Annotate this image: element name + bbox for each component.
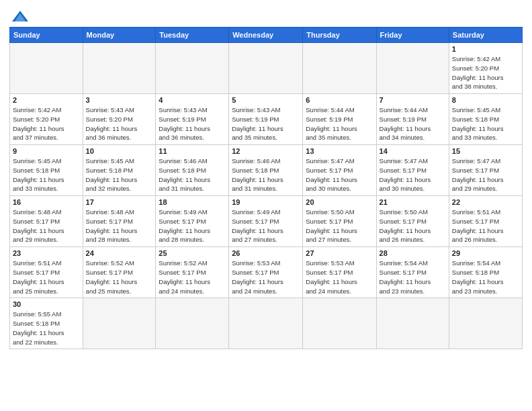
day-info: Sunrise: 5:45 AMSunset: 5:18 PMDaylight:…: [452, 105, 519, 142]
calendar-week-4: 16Sunrise: 5:48 AMSunset: 5:17 PMDayligh…: [10, 196, 523, 247]
calendar-dow-wednesday: Wednesday: [229, 28, 303, 43]
calendar-dow-sunday: Sunday: [10, 28, 83, 43]
calendar-cell: 13Sunrise: 5:47 AMSunset: 5:17 PMDayligh…: [303, 145, 376, 196]
calendar-dow-monday: Monday: [83, 28, 156, 43]
calendar-cell: [83, 43, 156, 94]
calendar-cell: [229, 43, 303, 94]
calendar-cell: 19Sunrise: 5:49 AMSunset: 5:17 PMDayligh…: [229, 196, 303, 247]
day-info: Sunrise: 5:51 AMSunset: 5:17 PMDaylight:…: [13, 259, 80, 295]
day-number: 26: [232, 249, 300, 257]
calendar-cell: [10, 43, 83, 94]
calendar-cell: 30Sunrise: 5:55 AMSunset: 5:18 PMDayligh…: [10, 298, 83, 349]
calendar-cell: 10Sunrise: 5:45 AMSunset: 5:18 PMDayligh…: [83, 145, 156, 196]
day-info: Sunrise: 5:52 AMSunset: 5:17 PMDaylight:…: [86, 259, 153, 295]
calendar-cell: 16Sunrise: 5:48 AMSunset: 5:17 PMDayligh…: [10, 196, 83, 247]
calendar-table: SundayMondayTuesdayWednesdayThursdayFrid…: [9, 27, 523, 349]
calendar-cell: 8Sunrise: 5:45 AMSunset: 5:18 PMDaylight…: [449, 94, 522, 145]
calendar-cell: 1Sunrise: 5:42 AMSunset: 5:20 PMDaylight…: [449, 43, 522, 94]
day-number: 19: [232, 198, 300, 206]
day-number: 24: [86, 249, 153, 257]
day-info: Sunrise: 5:45 AMSunset: 5:18 PMDaylight:…: [86, 156, 153, 193]
day-number: 11: [159, 147, 226, 155]
logo: [9, 9, 30, 21]
day-info: Sunrise: 5:47 AMSunset: 5:17 PMDaylight:…: [452, 156, 519, 193]
day-number: 7: [380, 96, 446, 104]
day-info: Sunrise: 5:52 AMSunset: 5:17 PMDaylight:…: [159, 259, 226, 295]
day-number: 8: [452, 96, 519, 104]
calendar-cell: [449, 298, 522, 349]
calendar-cell: 15Sunrise: 5:47 AMSunset: 5:17 PMDayligh…: [449, 145, 522, 196]
day-number: 5: [232, 96, 300, 104]
calendar-cell: [83, 298, 156, 349]
calendar-cell: [156, 43, 229, 94]
calendar-cell: 26Sunrise: 5:53 AMSunset: 5:17 PMDayligh…: [229, 247, 303, 298]
day-info: Sunrise: 5:54 AMSunset: 5:17 PMDaylight:…: [380, 259, 446, 295]
day-info: Sunrise: 5:54 AMSunset: 5:18 PMDaylight:…: [452, 259, 519, 295]
calendar-cell: 7Sunrise: 5:44 AMSunset: 5:19 PMDaylight…: [376, 94, 449, 145]
calendar-cell: [156, 298, 229, 349]
day-info: Sunrise: 5:48 AMSunset: 5:17 PMDaylight:…: [86, 208, 153, 244]
day-info: Sunrise: 5:42 AMSunset: 5:20 PMDaylight:…: [13, 105, 80, 142]
calendar-week-2: 2Sunrise: 5:42 AMSunset: 5:20 PMDaylight…: [10, 94, 523, 145]
day-info: Sunrise: 5:43 AMSunset: 5:20 PMDaylight:…: [86, 105, 153, 142]
day-number: 25: [159, 249, 226, 257]
day-info: Sunrise: 5:47 AMSunset: 5:17 PMDaylight:…: [380, 156, 446, 193]
calendar-cell: 14Sunrise: 5:47 AMSunset: 5:17 PMDayligh…: [376, 145, 449, 196]
calendar-dow-tuesday: Tuesday: [156, 28, 229, 43]
header: [9, 7, 523, 21]
calendar-dow-saturday: Saturday: [449, 28, 522, 43]
calendar-cell: 27Sunrise: 5:53 AMSunset: 5:17 PMDayligh…: [303, 247, 376, 298]
day-number: 28: [380, 249, 446, 257]
calendar-cell: 17Sunrise: 5:48 AMSunset: 5:17 PMDayligh…: [83, 196, 156, 247]
day-info: Sunrise: 5:48 AMSunset: 5:17 PMDaylight:…: [13, 208, 80, 244]
calendar-dow-thursday: Thursday: [303, 28, 376, 43]
day-number: 9: [13, 147, 80, 155]
calendar-cell: [303, 298, 376, 349]
day-info: Sunrise: 5:46 AMSunset: 5:18 PMDaylight:…: [159, 156, 226, 193]
calendar-cell: 11Sunrise: 5:46 AMSunset: 5:18 PMDayligh…: [156, 145, 229, 196]
day-number: 2: [13, 96, 80, 104]
day-number: 6: [306, 96, 373, 104]
day-number: 15: [452, 147, 519, 155]
calendar-cell: 25Sunrise: 5:52 AMSunset: 5:17 PMDayligh…: [156, 247, 229, 298]
calendar-week-1: 1Sunrise: 5:42 AMSunset: 5:20 PMDaylight…: [10, 43, 523, 94]
day-info: Sunrise: 5:51 AMSunset: 5:17 PMDaylight:…: [452, 208, 519, 244]
day-number: 23: [13, 249, 80, 257]
calendar-cell: 24Sunrise: 5:52 AMSunset: 5:17 PMDayligh…: [83, 247, 156, 298]
calendar-cell: 3Sunrise: 5:43 AMSunset: 5:20 PMDaylight…: [83, 94, 156, 145]
calendar-week-3: 9Sunrise: 5:45 AMSunset: 5:18 PMDaylight…: [10, 145, 523, 196]
calendar-cell: 29Sunrise: 5:54 AMSunset: 5:18 PMDayligh…: [449, 247, 522, 298]
day-number: 14: [380, 147, 446, 155]
day-info: Sunrise: 5:53 AMSunset: 5:17 PMDaylight:…: [306, 259, 373, 295]
calendar-cell: [376, 298, 449, 349]
calendar-week-5: 23Sunrise: 5:51 AMSunset: 5:17 PMDayligh…: [10, 247, 523, 298]
logo-text: [9, 9, 30, 24]
day-info: Sunrise: 5:43 AMSunset: 5:19 PMDaylight:…: [232, 105, 300, 142]
day-info: Sunrise: 5:42 AMSunset: 5:20 PMDaylight:…: [452, 54, 519, 91]
day-info: Sunrise: 5:53 AMSunset: 5:17 PMDaylight:…: [232, 259, 300, 295]
day-info: Sunrise: 5:50 AMSunset: 5:17 PMDaylight:…: [380, 208, 446, 244]
day-info: Sunrise: 5:45 AMSunset: 5:18 PMDaylight:…: [13, 156, 80, 193]
calendar-cell: [229, 298, 303, 349]
calendar-week-6: 30Sunrise: 5:55 AMSunset: 5:18 PMDayligh…: [10, 298, 523, 349]
calendar-cell: 20Sunrise: 5:50 AMSunset: 5:17 PMDayligh…: [303, 196, 376, 247]
day-number: 13: [306, 147, 373, 155]
day-info: Sunrise: 5:50 AMSunset: 5:17 PMDaylight:…: [306, 208, 373, 244]
day-number: 12: [232, 147, 300, 155]
day-info: Sunrise: 5:49 AMSunset: 5:17 PMDaylight:…: [232, 208, 300, 244]
day-number: 27: [306, 249, 373, 257]
calendar-cell: 18Sunrise: 5:49 AMSunset: 5:17 PMDayligh…: [156, 196, 229, 247]
calendar-cell: 5Sunrise: 5:43 AMSunset: 5:19 PMDaylight…: [229, 94, 303, 145]
calendar-cell: [376, 43, 449, 94]
calendar-cell: 21Sunrise: 5:50 AMSunset: 5:17 PMDayligh…: [376, 196, 449, 247]
day-info: Sunrise: 5:44 AMSunset: 5:19 PMDaylight:…: [380, 105, 446, 142]
day-info: Sunrise: 5:55 AMSunset: 5:18 PMDaylight:…: [13, 310, 80, 347]
calendar-cell: 12Sunrise: 5:46 AMSunset: 5:18 PMDayligh…: [229, 145, 303, 196]
day-number: 10: [86, 147, 153, 155]
day-info: Sunrise: 5:49 AMSunset: 5:17 PMDaylight:…: [159, 208, 226, 244]
calendar-cell: 23Sunrise: 5:51 AMSunset: 5:17 PMDayligh…: [10, 247, 83, 298]
day-number: 21: [380, 198, 446, 206]
day-number: 1: [452, 45, 519, 53]
day-number: 17: [86, 198, 153, 206]
day-number: 3: [86, 96, 153, 104]
